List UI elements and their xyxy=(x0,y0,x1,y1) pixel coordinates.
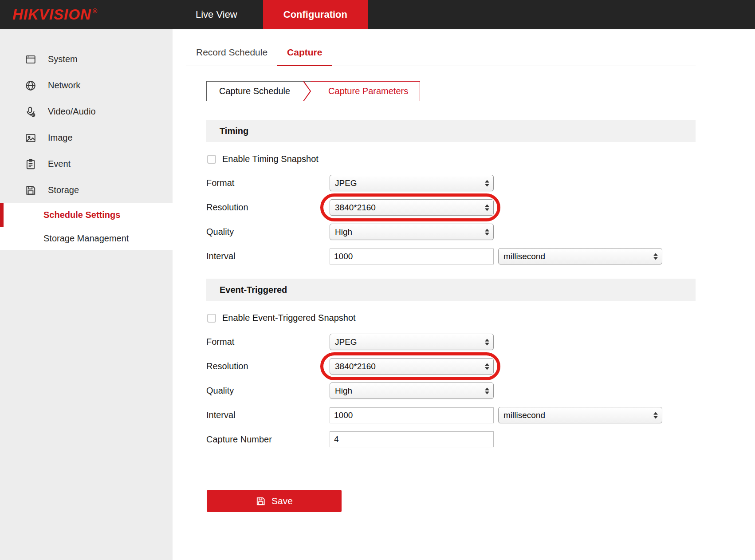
enable-timing-snapshot-row: Enable Timing Snapshot xyxy=(207,154,696,164)
event-interval-unit-value: millisecond xyxy=(503,410,545,420)
storage-icon xyxy=(24,184,37,197)
event-resolution-row: Resolution 3840*2160 xyxy=(206,358,696,375)
event-capture-number-label: Capture Number xyxy=(206,434,330,445)
select-stepper-icon xyxy=(485,363,489,370)
select-stepper-icon xyxy=(485,387,489,394)
event-resolution-select[interactable]: 3840*2160 xyxy=(330,358,494,375)
event-interval-input[interactable] xyxy=(330,407,494,423)
chevron-separator-icon xyxy=(303,81,317,101)
sidebar-item-storage-management[interactable]: Storage Management xyxy=(0,227,173,250)
event-resolution-value: 3840*2160 xyxy=(335,362,376,371)
timing-quality-select[interactable]: High xyxy=(330,224,494,240)
sidebar-item-label: Event xyxy=(48,159,71,169)
image-icon xyxy=(24,132,37,144)
event-triggered-section-header: Event-Triggered xyxy=(206,279,696,301)
save-button[interactable]: Save xyxy=(207,490,342,512)
tab-live-view[interactable]: Live View xyxy=(177,0,256,29)
timing-resolution-label: Resolution xyxy=(206,202,330,213)
save-icon xyxy=(256,496,266,506)
sidebar-subitem-label: Storage Management xyxy=(43,233,129,244)
sidebar: System Network Video/Audio xyxy=(0,29,173,560)
event-quality-value: High xyxy=(335,386,352,396)
brand-registered-mark: ® xyxy=(93,8,97,15)
timing-format-select[interactable]: JPEG xyxy=(330,175,494,191)
timing-format-value: JPEG xyxy=(335,178,357,188)
timing-format-label: Format xyxy=(206,178,330,188)
subtab-capture-parameters[interactable]: Capture Parameters xyxy=(317,81,420,101)
event-interval-unit-select[interactable]: millisecond xyxy=(498,407,662,423)
timing-section-title: Timing xyxy=(220,126,248,136)
capture-subtabs: Capture Schedule Capture Parameters xyxy=(206,81,420,101)
timing-quality-value: High xyxy=(335,227,352,237)
timing-format-row: Format JPEG xyxy=(206,175,696,191)
sidebar-item-image[interactable]: Image xyxy=(0,125,173,151)
sidebar-item-storage[interactable]: Storage xyxy=(0,177,173,203)
timing-quality-row: Quality High xyxy=(206,224,696,240)
sidebar-item-label: System xyxy=(48,54,78,64)
save-button-label: Save xyxy=(271,496,293,506)
event-format-label: Format xyxy=(206,337,330,347)
timing-interval-label: Interval xyxy=(206,251,330,261)
sidebar-item-system[interactable]: System xyxy=(0,46,173,72)
sidebar-subitem-label: Schedule Settings xyxy=(43,210,120,220)
event-interval-row: Interval millisecond xyxy=(206,407,696,423)
timing-interval-unit-value: millisecond xyxy=(503,252,545,261)
sidebar-item-network[interactable]: Network xyxy=(0,72,173,99)
brand-text: HIKVISION xyxy=(12,6,91,23)
sidebar-item-label: Video/Audio xyxy=(48,106,96,117)
main-content: Record Schedule Capture Capture Schedule… xyxy=(173,29,755,560)
timing-interval-row: Interval millisecond xyxy=(206,248,696,264)
event-resolution-label: Resolution xyxy=(206,361,330,371)
event-interval-label: Interval xyxy=(206,410,330,420)
event-format-value: JPEG xyxy=(335,337,357,347)
timing-quality-label: Quality xyxy=(206,227,330,237)
event-quality-label: Quality xyxy=(206,386,330,396)
event-triggered-section-title: Event-Triggered xyxy=(220,285,287,295)
select-stepper-icon xyxy=(485,204,489,211)
schedule-tabs: Record Schedule Capture xyxy=(186,47,696,66)
sidebar-item-video-audio[interactable]: Video/Audio xyxy=(0,99,173,125)
tab-configuration[interactable]: Configuration xyxy=(263,0,368,29)
enable-event-snapshot-row: Enable Event-Triggered Snapshot xyxy=(207,313,696,323)
select-stepper-icon xyxy=(485,229,489,235)
timing-interval-unit-select[interactable]: millisecond xyxy=(498,248,662,264)
system-icon xyxy=(24,53,37,66)
select-stepper-icon xyxy=(485,180,489,186)
event-icon xyxy=(24,158,37,170)
select-stepper-icon xyxy=(653,412,658,418)
video-audio-icon xyxy=(24,106,37,118)
timing-resolution-row: Resolution 3840*2160 xyxy=(206,199,696,216)
timing-resolution-select[interactable]: 3840*2160 xyxy=(330,199,494,216)
enable-event-snapshot-checkbox[interactable] xyxy=(207,314,216,323)
hikvision-logo: HIKVISION ® xyxy=(0,0,173,29)
enable-event-snapshot-label: Enable Event-Triggered Snapshot xyxy=(222,313,356,323)
event-quality-select[interactable]: High xyxy=(330,383,494,399)
timing-section-header: Timing xyxy=(206,120,696,142)
select-stepper-icon xyxy=(485,339,489,345)
tab-record-schedule[interactable]: Record Schedule xyxy=(186,47,277,66)
top-navigation: Live View Configuration xyxy=(173,0,368,29)
event-capture-number-row: Capture Number xyxy=(206,431,696,447)
timing-resolution-value: 3840*2160 xyxy=(335,203,376,213)
tab-capture[interactable]: Capture xyxy=(277,47,332,66)
network-icon xyxy=(24,79,37,92)
sidebar-item-schedule-settings[interactable]: Schedule Settings xyxy=(0,203,173,227)
event-quality-row: Quality High xyxy=(206,383,696,399)
timing-interval-input[interactable] xyxy=(330,248,494,264)
subtab-capture-schedule[interactable]: Capture Schedule xyxy=(206,81,303,101)
enable-timing-snapshot-label: Enable Timing Snapshot xyxy=(222,154,319,164)
select-stepper-icon xyxy=(653,253,658,260)
topbar: HIKVISION ® Live View Configuration xyxy=(0,0,755,29)
sidebar-item-event[interactable]: Event xyxy=(0,151,173,177)
event-capture-number-input[interactable] xyxy=(330,431,494,447)
enable-timing-snapshot-checkbox[interactable] xyxy=(207,155,216,164)
sidebar-item-label: Storage xyxy=(48,185,79,195)
event-format-select[interactable]: JPEG xyxy=(330,334,494,350)
event-format-row: Format JPEG xyxy=(206,334,696,350)
sidebar-item-label: Network xyxy=(48,80,80,91)
sidebar-item-label: Image xyxy=(48,133,73,143)
